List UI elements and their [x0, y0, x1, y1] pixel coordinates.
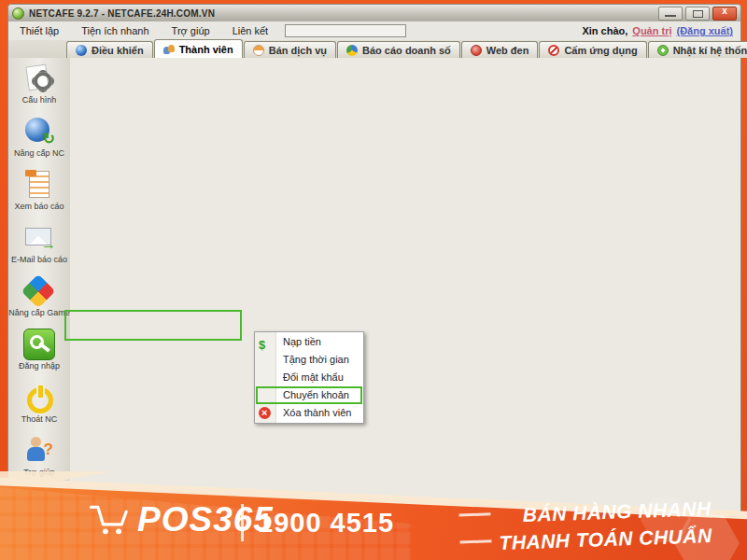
window-controls: [658, 7, 737, 21]
globe-icon: [76, 45, 87, 56]
context-menu-item-label: Đổi mật khẩu: [283, 371, 344, 383]
tab-label: Web đen: [486, 45, 529, 56]
sidebar-item-label: E-Mail báo cáo: [11, 255, 67, 264]
revenue-icon: [346, 45, 358, 56]
maximize-icon[interactable]: [685, 7, 710, 21]
cart-icon: [89, 502, 128, 538]
context-menu-item[interactable]: Tặng thời gian: [255, 351, 363, 369]
tab[interactable]: Thành viên: [154, 39, 243, 58]
menubar: Thiết lập Tiện ích nhanh Trợ giúp Liên k…: [8, 21, 740, 41]
delete-icon: [259, 407, 271, 419]
app-icon: [12, 7, 24, 20]
globe-update-icon: [23, 116, 55, 147]
context-menu-item-label: Nạp tiền: [283, 336, 321, 347]
power-icon: [23, 382, 55, 413]
money-icon: [259, 336, 271, 348]
context-menu-item[interactable]: Xóa thành viên: [255, 404, 363, 422]
sidebar-item[interactable]: Thoát NC: [21, 382, 58, 435]
context-menu-item-label: Xóa thành viên: [283, 407, 351, 418]
sidebar-item[interactable]: E-Mail báo cáo: [11, 222, 67, 275]
tab[interactable]: Báo cáo doanh số: [337, 41, 460, 58]
tab-label: Cấm ứng dụng: [564, 45, 637, 56]
menu-items: Thiết lập Tiện ích nhanh Trợ giúp Liên k…: [8, 25, 279, 36]
greeting-text: Xin chào,: [582, 25, 627, 36]
sidebar-item-label: Thoát NC: [21, 414, 58, 424]
tab[interactable]: Nhật kí hệ thống: [648, 41, 747, 58]
tab-label: Điều khiển: [92, 45, 144, 56]
tab-label: Nhật kí hệ thống: [673, 45, 747, 56]
tab[interactable]: Web đen: [461, 41, 539, 58]
tab[interactable]: Cấm ứng dụng: [539, 41, 646, 58]
sidebar: Cấu hình Nâng cấp NC Xem báo cáo E-Mail …: [8, 58, 70, 524]
help-person-icon: [23, 435, 55, 467]
game-update-icon: [23, 275, 55, 307]
context-menu-item[interactable]: Nạp tiền: [255, 333, 363, 351]
icon-slot: [259, 389, 271, 401]
context-menu: Nạp tiền Tặng thời gian Đổi mật khẩu Chu…: [254, 331, 364, 424]
context-menu-item-label: Tặng thời gian: [283, 354, 349, 365]
sidebar-item[interactable]: Nâng cấp NC: [14, 116, 64, 169]
icon-slot: [259, 371, 271, 384]
banner-divider: [241, 504, 244, 541]
menubar-input[interactable]: [285, 24, 406, 37]
minimize-icon[interactable]: [658, 7, 683, 21]
sidebar-item[interactable]: Cấu hình: [22, 63, 57, 116]
members-icon: [163, 44, 175, 55]
titlebar: NETCAFE 9.2.7 - NETCAFE.24H.COM.VN: [8, 5, 740, 21]
hotline-number: 1900 4515: [258, 508, 394, 539]
logo-text: POS365: [137, 500, 274, 539]
report-icon: [23, 169, 55, 201]
screenshot-root: NETCAFE 9.2.7 - NETCAFE.24H.COM.VN Thiết…: [0, 0, 747, 560]
pos365-logo: POS365: [89, 500, 274, 539]
tab-label: Báo cáo doanh số: [362, 45, 451, 56]
close-icon[interactable]: [712, 7, 737, 21]
icon-slot: [259, 354, 271, 366]
menu-item[interactable]: Tiện ích nhanh: [70, 25, 160, 36]
context-menu-item-label: Chuyển khoản: [283, 389, 349, 400]
sidebar-item-label: Đăng nhập: [19, 361, 60, 371]
email-icon: [23, 222, 55, 254]
sidebar-item-label: Nâng cấp NC: [14, 148, 64, 158]
gear-icon: [23, 63, 55, 94]
sidebar-item-label: Cấu hình: [22, 95, 57, 105]
sidebar-item[interactable]: Nâng cấp Game: [8, 275, 70, 329]
sidebar-item-label: Nâng cấp Game: [8, 308, 70, 317]
tab[interactable]: Điều khiển: [66, 41, 153, 58]
appban-icon: [548, 45, 559, 56]
log-icon: [657, 45, 669, 56]
key-icon: [23, 329, 55, 360]
app-window: NETCAFE 9.2.7 - NETCAFE.24H.COM.VN Thiết…: [7, 4, 741, 525]
menu-item[interactable]: Trợ giúp: [161, 25, 221, 36]
tab-label: Bán dịch vụ: [269, 45, 327, 56]
tab[interactable]: Bán dịch vụ: [244, 41, 336, 58]
window-title: NETCAFE 9.2.7 - NETCAFE.24H.COM.VN: [29, 8, 658, 19]
banner-slogan: BÁN HÀNG NHANH THANH TOÁN CHUẨN: [498, 495, 712, 556]
user-link[interactable]: Quản trị: [632, 25, 671, 36]
context-menu-item[interactable]: Đổi mật khẩu: [255, 369, 363, 386]
tab-label: Thành viên: [179, 44, 233, 55]
logout-link[interactable]: (Đăng xuất): [677, 25, 734, 36]
sidebar-item[interactable]: Đăng nhập: [19, 329, 60, 382]
context-menu-item[interactable]: Chuyển khoản: [255, 386, 363, 404]
services-icon: [253, 45, 264, 56]
sidebar-item[interactable]: Xem báo cáo: [14, 169, 63, 222]
greeting-area: Xin chào, Quản trị (Đăng xuất): [582, 25, 733, 36]
sidebar-item-label: Xem báo cáo: [14, 202, 63, 211]
webban-icon: [471, 45, 482, 56]
tabbar: Điều khiển Thành viên Bán dịch vụ Báo cá…: [8, 40, 740, 58]
menu-item[interactable]: Thiết lập: [8, 25, 70, 36]
menu-item[interactable]: Liên kết: [221, 25, 280, 36]
